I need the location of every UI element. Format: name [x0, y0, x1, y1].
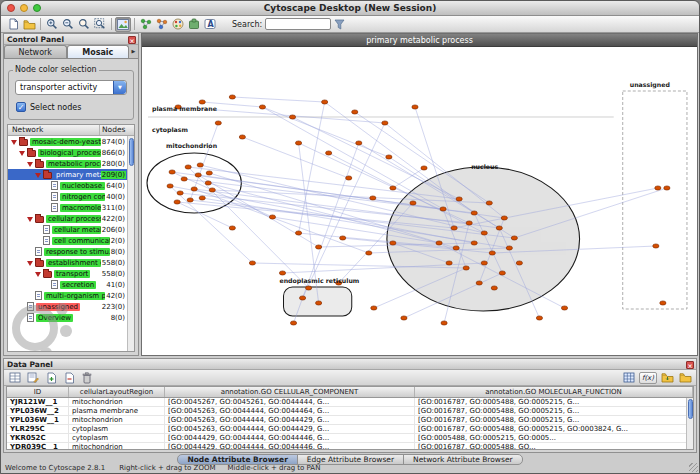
tree-row[interactable]: nucleobase...64(0) [8, 180, 134, 191]
minimize-window-icon[interactable] [20, 4, 28, 12]
graph-node[interactable] [486, 201, 492, 205]
graphics-details-button[interactable] [115, 17, 131, 32]
graph-node[interactable] [205, 181, 211, 185]
graph-node[interactable] [506, 246, 512, 250]
open-session-button[interactable] [21, 17, 37, 32]
graph-node[interactable] [326, 151, 332, 155]
graph-node[interactable] [206, 171, 212, 175]
zoom-fit-button[interactable] [92, 17, 108, 32]
delete-attribute-button[interactable] [61, 370, 77, 385]
graph-node[interactable] [346, 176, 352, 180]
graph-node[interactable] [410, 201, 416, 205]
zoom-in-button[interactable] [44, 17, 60, 32]
graph-node[interactable] [356, 141, 362, 145]
open-attributes-button[interactable] [677, 370, 693, 385]
graph-node[interactable] [466, 221, 472, 225]
node-color-dropdown[interactable]: transporter activity ▼ [15, 80, 127, 95]
graph-node[interactable] [269, 215, 275, 219]
graph-node[interactable] [195, 173, 201, 177]
graph-node[interactable] [316, 301, 322, 305]
network-canvas[interactable]: plasma membranecytoplasmmitochondrionnuc… [142, 47, 697, 355]
graph-node[interactable] [511, 236, 517, 240]
zoom-selected-button[interactable] [76, 17, 92, 32]
graph-node[interactable] [436, 241, 442, 245]
graph-node[interactable] [229, 95, 235, 99]
graph-node[interactable] [476, 281, 482, 285]
graph-node[interactable] [259, 105, 265, 109]
graph-node[interactable] [660, 301, 666, 305]
select-attributes-button[interactable] [7, 370, 23, 385]
expander-icon[interactable] [27, 162, 33, 167]
graph-node[interactable] [382, 121, 388, 125]
control-panel-close-icon[interactable]: × [128, 36, 136, 44]
tree-row[interactable]: mosaic-demo-yeast874(0) [8, 136, 134, 147]
data-panel-close-icon[interactable]: × [686, 361, 694, 369]
graph-node[interactable] [181, 177, 187, 181]
tree-column-nodes[interactable]: Nodes [100, 125, 134, 135]
table-column-header[interactable]: annotation.GO CELLULAR_COMPONENT [165, 387, 415, 397]
graph-node[interactable] [489, 251, 495, 255]
graph-node[interactable] [653, 244, 659, 248]
table-row[interactable]: YJR121W__1mitochondrion[GO:0045267, GO:0… [7, 398, 693, 407]
graph-node[interactable] [463, 266, 469, 270]
edit-attributes-button[interactable] [25, 370, 41, 385]
graph-node[interactable] [456, 197, 462, 201]
graph-node[interactable] [187, 198, 193, 202]
graph-node[interactable] [191, 187, 197, 191]
graph-node[interactable] [536, 316, 542, 320]
expander-icon[interactable] [27, 261, 33, 266]
graph-node[interactable] [229, 226, 235, 230]
tree-row[interactable]: transport558(0) [8, 268, 134, 279]
graph-node[interactable] [390, 186, 396, 190]
tab-network[interactable]: Network [4, 45, 67, 58]
graph-node[interactable] [352, 110, 358, 114]
graph-node[interactable] [499, 271, 505, 275]
tree-row[interactable]: secretion41(0) [8, 279, 134, 290]
tree-row[interactable]: nitrogen compo...40(0) [8, 191, 134, 202]
tree-row[interactable]: multi-organism pro...42(0) [8, 290, 134, 301]
zoom-window-icon[interactable] [33, 4, 41, 12]
zoom-out-button[interactable] [60, 17, 76, 32]
graph-node[interactable] [177, 191, 183, 195]
graph-node[interactable] [279, 271, 285, 275]
graph-node[interactable] [199, 196, 205, 200]
graph-node[interactable] [167, 184, 173, 188]
table-scrollbar-thumb[interactable] [688, 399, 693, 419]
graph-node[interactable] [401, 316, 407, 320]
graph-node[interactable] [340, 236, 346, 240]
graph-node[interactable] [386, 155, 392, 159]
graph-node[interactable] [412, 105, 418, 109]
tree-row[interactable]: unassigned223(0) [8, 301, 134, 312]
annotation-button[interactable]: A [202, 17, 218, 32]
graph-node[interactable] [441, 321, 447, 325]
table-scrollbar[interactable] [686, 398, 693, 449]
tree-column-network[interactable]: Network [8, 125, 100, 135]
graph-node[interactable] [390, 241, 396, 245]
tree-row[interactable]: biological_process866(0) [8, 147, 134, 158]
graph-node[interactable] [446, 261, 452, 265]
graph-node[interactable] [199, 100, 205, 104]
resize-grip[interactable] [689, 463, 698, 472]
graph-node[interactable] [174, 200, 180, 204]
graph-node[interactable] [421, 166, 427, 170]
graph-node[interactable] [655, 186, 661, 190]
network-view-title[interactable]: primary metabolic process [142, 34, 697, 47]
tab-scroll-right-icon[interactable]: ▶ [129, 45, 138, 58]
expander-icon[interactable] [11, 140, 17, 145]
attribute-matrix-button[interactable] [621, 370, 637, 385]
graph-node[interactable] [451, 226, 457, 230]
tree-row[interactable]: metabolic process280(0) [8, 158, 134, 169]
tree-row[interactable]: primary metab...209(0) [8, 169, 134, 180]
graph-node[interactable] [440, 207, 446, 211]
graph-node[interactable] [295, 231, 301, 235]
graph-node[interactable] [516, 261, 522, 265]
formula-builder-button[interactable]: f(x) [639, 372, 657, 384]
tree-scrollbar-thumb[interactable] [129, 138, 134, 166]
graph-node[interactable] [471, 211, 477, 215]
graph-node[interactable] [185, 165, 191, 169]
tree-row[interactable]: response to stimu...8(0) [8, 246, 134, 257]
graph-node[interactable] [491, 286, 497, 290]
graph-node[interactable] [371, 306, 377, 310]
graph-node[interactable] [322, 100, 328, 104]
graph-node[interactable] [197, 163, 203, 167]
